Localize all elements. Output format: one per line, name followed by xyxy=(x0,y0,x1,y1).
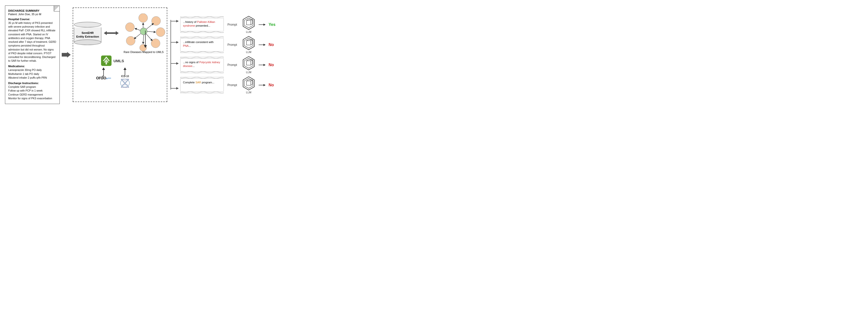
answer-arrow-4 xyxy=(259,83,266,87)
prompt-label-2: Prompt xyxy=(226,43,239,46)
note-text-before-1: ...history of xyxy=(183,21,197,23)
panel-row-4: Complete SAR program... Prompt LLM xyxy=(180,76,299,94)
svg-rect-58 xyxy=(246,40,251,45)
svg-line-75 xyxy=(251,64,253,65)
double-arrow-icon xyxy=(104,31,119,36)
cylinder-bottom xyxy=(74,39,101,45)
svg-marker-1 xyxy=(104,31,119,35)
discharge-document: DISCHARGE SUMMARY Patient: John Doe, 35 … xyxy=(5,5,60,104)
answer-1: Yes xyxy=(269,22,277,27)
note-card-1: ...history of Pallister-Killian syndrome… xyxy=(180,18,224,31)
svg-line-48 xyxy=(246,20,248,21)
note-card-4: Complete SAR program... xyxy=(180,78,224,92)
med1: Lansoprazole 30mg PO daily xyxy=(8,68,57,72)
answer-3: No xyxy=(269,63,277,67)
answer-arrow-icon-3 xyxy=(259,63,266,67)
llm-label-3: LLM xyxy=(246,71,251,74)
discharge-title: Discharge Instructions: xyxy=(8,82,57,85)
note-text-after-1: presented... xyxy=(195,24,210,27)
svg-point-13 xyxy=(125,23,134,32)
prompt-label-4: Prompt xyxy=(226,83,239,87)
split-arrow-svg xyxy=(169,10,179,99)
ordo-arrow-icon xyxy=(101,67,106,76)
svg-rect-47 xyxy=(246,21,251,25)
llm-hexagon-2 xyxy=(242,36,255,50)
network-to-umls-arrow xyxy=(143,31,148,48)
icd-arrow-icon xyxy=(123,67,127,76)
note-text-after-3: ... xyxy=(192,64,195,67)
llm-hex-1: LLM xyxy=(241,16,257,33)
dna-icon xyxy=(119,78,131,88)
note-text-after-2: ... xyxy=(189,44,191,47)
svg-marker-35 xyxy=(144,45,147,48)
svg-line-86 xyxy=(251,84,253,85)
right-panels: ...history of Pallister-Killian syndrome… xyxy=(180,16,299,94)
svg-point-5 xyxy=(156,28,165,37)
llm-hexagon-4 xyxy=(242,76,255,91)
note-text-before-3: ...no signs of xyxy=(183,61,199,64)
svg-line-4 xyxy=(146,23,154,29)
dis4: Monitor for signs of PKS exacerbation xyxy=(8,97,57,100)
svg-rect-69 xyxy=(246,61,251,65)
svg-marker-23 xyxy=(102,67,105,70)
answer-arrow-icon-1 xyxy=(259,23,266,27)
llm-hexagon-1 xyxy=(242,16,255,30)
med2: Multivitamin 1 tab PO daily xyxy=(8,72,57,76)
dis3: Continue GERD management xyxy=(8,93,57,97)
llm-hex-2: LLM xyxy=(241,36,257,54)
svg-line-64 xyxy=(251,44,253,45)
svg-point-11 xyxy=(138,13,148,22)
svg-marker-55 xyxy=(264,23,266,26)
dis1: Complete SAR program xyxy=(8,85,57,89)
answer-arrow-icon-4 xyxy=(259,83,266,87)
prompt-label-3: Prompt xyxy=(226,63,239,67)
note-highlight-2: PNA xyxy=(183,44,189,47)
note-highlight-4: SAR xyxy=(195,81,201,84)
answer-arrow-icon-2 xyxy=(259,43,266,47)
svg-marker-0 xyxy=(62,52,71,58)
note-card-2: ...infiltrate consistent with PNA... xyxy=(180,38,224,52)
note-text-before-4: Complete xyxy=(183,81,195,84)
llm-hexagon-3 xyxy=(242,56,255,70)
hospital-course-title: Hospital Course: xyxy=(8,18,57,21)
main-container: DISCHARGE SUMMARY Patient: John Doe, 35 … xyxy=(5,5,294,104)
svg-marker-41 xyxy=(176,20,179,22)
answer-arrow-1 xyxy=(259,23,266,27)
svg-marker-77 xyxy=(264,64,266,66)
semehr-cylinder: SemEHR Entity Extraction xyxy=(74,22,101,45)
right-arrow-icon xyxy=(62,50,71,59)
svg-marker-66 xyxy=(264,43,266,46)
llm-hex-3: LLM xyxy=(241,56,257,74)
answer-arrow-2 xyxy=(259,43,266,47)
svg-marker-42 xyxy=(176,41,179,43)
svg-point-15 xyxy=(126,36,135,45)
answer-arrow-3 xyxy=(259,63,266,67)
umls-section: UMLS xyxy=(101,56,124,66)
middle-dashed-box: SemEHR Entity Extraction xyxy=(73,7,167,102)
split-arrow xyxy=(169,10,179,99)
doc-title: DISCHARGE SUMMARY xyxy=(8,9,57,12)
network-label: Rare Diseases Mapped to UMLS xyxy=(121,51,166,54)
panel-row-2: ...infiltrate consistent with PNA... Pro… xyxy=(180,36,299,54)
llm-hex-4: LLM xyxy=(241,76,257,94)
hospital-course-text: 35 yo M with history of PKS presented wi… xyxy=(8,21,57,63)
svg-rect-80 xyxy=(246,81,251,85)
double-arrow xyxy=(104,31,119,37)
answer-2: No xyxy=(269,42,277,47)
llm-label-2: LLM xyxy=(246,51,251,54)
svg-point-7 xyxy=(151,39,160,48)
svg-line-53 xyxy=(251,24,253,25)
umls-tree-icon xyxy=(101,56,112,66)
note-text-before-2: ...infiltrate consistent with xyxy=(183,40,214,43)
svg-line-6 xyxy=(147,31,156,32)
prompt-label-1: Prompt xyxy=(226,23,239,26)
med3: Albuterol inhaler 2 puffs q4h PRN xyxy=(8,76,57,80)
icd-dna: ICD-10 xyxy=(119,75,131,88)
umls-label: UMLS xyxy=(114,59,124,63)
cylinder-top xyxy=(74,22,101,27)
doc-to-middle-arrow xyxy=(62,50,71,59)
dis2: Follow up with PCP in 1 week xyxy=(8,89,57,93)
answer-4: No xyxy=(269,83,277,87)
icd-section: ICD-10 xyxy=(119,67,131,88)
svg-marker-44 xyxy=(176,87,179,90)
